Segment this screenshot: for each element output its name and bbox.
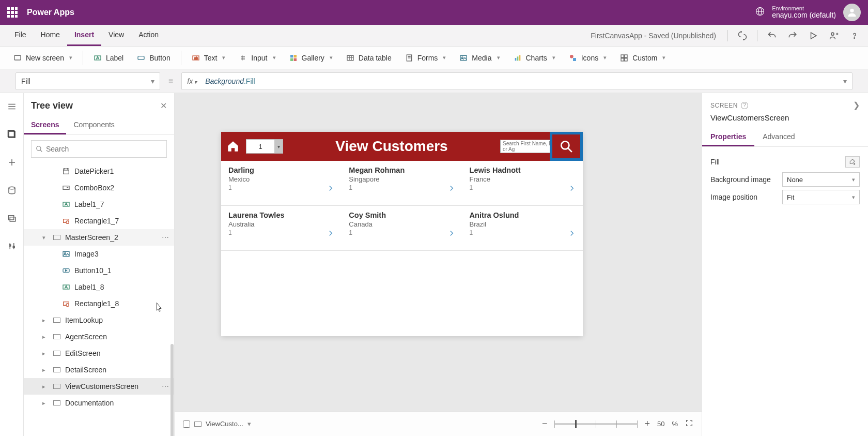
tree-item-label1-8[interactable]: Label1_8: [24, 279, 174, 295]
zoom-slider[interactable]: [554, 423, 637, 425]
user-avatar[interactable]: [843, 4, 861, 21]
more-icon[interactable]: ⋯: [162, 382, 169, 390]
property-selector[interactable]: Fill ▾: [16, 72, 160, 90]
tree-search-field[interactable]: [46, 145, 162, 153]
tree-item-rectangle1-7[interactable]: Rectangle1_7: [24, 213, 174, 229]
tree-item-rectangle1-8[interactable]: Rectangle1_8: [24, 295, 174, 312]
tree-view-icon[interactable]: [6, 128, 18, 141]
formula-input[interactable]: fx▾ Background.Fill ▾: [181, 72, 853, 90]
breadcrumb-checkbox[interactable]: [183, 420, 190, 428]
redo-icon[interactable]: [786, 29, 799, 42]
insert-custom-button[interactable]: Custom▾: [614, 51, 672, 65]
expander-icon[interactable]: ▸: [42, 317, 49, 324]
customer-card[interactable]: Megan RohmanSingapore1: [342, 161, 462, 205]
tree-item-label1-7[interactable]: Label1_7: [24, 196, 174, 213]
media-icon[interactable]: [6, 212, 18, 224]
insert-charts-button[interactable]: Charts▾: [507, 51, 562, 65]
fullscreen-icon[interactable]: [685, 419, 693, 429]
expander-icon[interactable]: ▸: [42, 383, 49, 390]
insert-media-button[interactable]: Media▾: [453, 51, 506, 65]
imgpos-select[interactable]: Fit ▾: [782, 190, 860, 204]
zoom-in-button[interactable]: +: [644, 418, 650, 429]
button-icon: [62, 266, 70, 275]
expand-formula-icon[interactable]: ▾: [843, 77, 847, 85]
tree-item-editscreen[interactable]: ▸EditScreen: [24, 345, 174, 362]
tab-advanced[interactable]: Advanced: [754, 128, 803, 146]
customer-card[interactable]: Lewis HadnottFrance1: [462, 161, 583, 205]
add-icon[interactable]: [6, 156, 18, 169]
tree-item-documentation[interactable]: ▸Documentation: [24, 395, 174, 411]
chevron-right-icon[interactable]: ❯: [853, 100, 860, 110]
insert-icons-button[interactable]: Icons▾: [563, 51, 613, 65]
undo-icon[interactable]: [766, 29, 778, 42]
share-icon[interactable]: [828, 29, 840, 42]
insert-label-button[interactable]: Label: [87, 51, 130, 65]
tools-icon[interactable]: [6, 240, 18, 252]
data-icon[interactable]: [6, 184, 18, 197]
insert-gallery-button[interactable]: Gallery▾: [283, 51, 339, 65]
tree-item-masterscreen-2[interactable]: ▾MasterScreen_2⋯: [24, 229, 174, 246]
expander-icon[interactable]: ▾: [42, 234, 49, 241]
tab-properties[interactable]: Properties: [702, 128, 754, 146]
hamburger-icon[interactable]: [6, 100, 18, 113]
close-icon[interactable]: ✕: [160, 101, 167, 111]
play-icon[interactable]: [807, 29, 819, 42]
menu-file[interactable]: File: [7, 25, 34, 46]
expander-icon[interactable]: ▸: [42, 334, 49, 340]
customer-card[interactable]: Coy SmithCanada1: [342, 206, 462, 250]
scrollbar-thumb[interactable]: [171, 344, 174, 436]
menu-insert[interactable]: Insert: [67, 25, 101, 46]
insert-datatable-button[interactable]: Data table: [340, 51, 398, 65]
insert-text-button[interactable]: ab Text▾: [185, 51, 232, 65]
menu-view[interactable]: View: [101, 25, 131, 46]
menu-home[interactable]: Home: [34, 25, 67, 46]
chevron-right-icon[interactable]: [326, 184, 335, 195]
chevron-right-icon[interactable]: [567, 229, 577, 240]
chevron-right-icon[interactable]: [326, 229, 335, 240]
help-icon[interactable]: [848, 29, 861, 42]
tree-item-itemlookup[interactable]: ▸ItemLookup: [24, 312, 174, 328]
canvas-screen[interactable]: 1 ▾ View Customers Search First Name, La…: [221, 132, 583, 336]
insert-datatable-label: Data table: [359, 54, 392, 62]
tab-screens[interactable]: Screens: [24, 116, 66, 134]
search-button-selected[interactable]: [550, 132, 583, 161]
expander-icon[interactable]: ▸: [42, 350, 49, 357]
svg-rect-18: [290, 58, 293, 61]
tree-search-input[interactable]: [31, 140, 167, 158]
customer-card[interactable]: Anitra OslundBrazil1: [462, 206, 583, 250]
tree-item-datepicker1[interactable]: DatePicker1: [24, 163, 174, 179]
menu-action[interactable]: Action: [131, 25, 166, 46]
tree-item-agentscreen[interactable]: ▸AgentScreen: [24, 328, 174, 345]
bgimage-select[interactable]: None ▾: [782, 172, 860, 187]
tab-components[interactable]: Components: [66, 116, 121, 134]
insert-forms-button[interactable]: Forms▾: [399, 51, 453, 65]
app-launcher-icon[interactable]: [7, 7, 18, 18]
chevron-right-icon[interactable]: [567, 184, 577, 195]
environment-selector[interactable]: Environment enayu.com (default): [772, 6, 836, 19]
new-screen-button[interactable]: New screen▾: [7, 51, 79, 65]
zoom-out-button[interactable]: −: [542, 418, 548, 429]
more-icon[interactable]: ⋯: [162, 233, 169, 242]
insert-input-button[interactable]: Input▾: [233, 51, 282, 65]
tree-item-combobox2[interactable]: ComboBox2: [24, 179, 174, 196]
fill-color-picker[interactable]: [845, 156, 860, 168]
canvas-area[interactable]: 1 ▾ View Customers Search First Name, La…: [175, 93, 702, 436]
home-icon[interactable]: [225, 139, 241, 154]
tree-item-viewcustomersscreen[interactable]: ▸ViewCustomersScreen⋯: [24, 378, 174, 395]
tree-item-image3[interactable]: Image3: [24, 246, 174, 262]
tree-item-button10-1[interactable]: Button10_1: [24, 262, 174, 279]
chevron-down-icon[interactable]: ▾: [247, 420, 251, 428]
customer-card[interactable]: DarlingMexico1: [221, 161, 342, 205]
page-dropdown[interactable]: 1 ▾: [246, 139, 283, 154]
insert-button-button[interactable]: Button: [131, 51, 176, 65]
tree-item-detailscreen[interactable]: ▸DetailScreen: [24, 362, 174, 378]
property-name: Fill: [21, 77, 30, 85]
chevron-right-icon[interactable]: [447, 184, 456, 195]
customer-gallery[interactable]: DarlingMexico1Megan RohmanSingapore1Lewi…: [221, 161, 583, 251]
help-icon[interactable]: ?: [741, 102, 748, 109]
expander-icon[interactable]: ▸: [42, 400, 49, 407]
expander-icon[interactable]: ▸: [42, 367, 49, 373]
chevron-right-icon[interactable]: [447, 229, 456, 240]
app-checker-icon[interactable]: [736, 29, 749, 42]
customer-card[interactable]: Laurena TowlesAustralia1: [221, 206, 342, 250]
